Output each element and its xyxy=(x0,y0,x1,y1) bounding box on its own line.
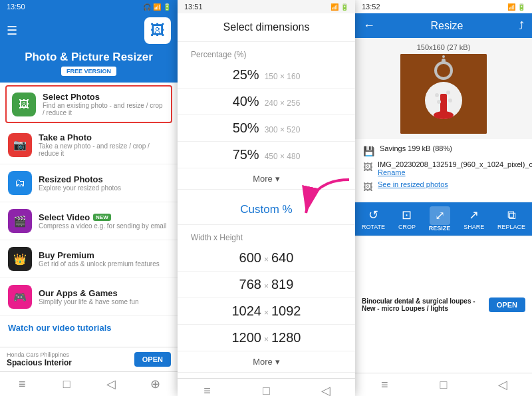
back-button[interactable]: ← xyxy=(363,19,375,33)
more-button-1[interactable]: More ▾ xyxy=(178,168,355,190)
take-photo-label: Take a Photo xyxy=(39,132,170,142)
select-photos-sublabel: Find an existing photo - and resize / cr… xyxy=(43,102,166,116)
share-label: SHARE xyxy=(464,224,484,230)
select-video-text: Select Video NEW Compress a video e.g. f… xyxy=(39,212,170,230)
nav-home-2[interactable]: ≡ xyxy=(194,383,221,396)
replace-button[interactable]: ⧉ REPLACE xyxy=(497,208,525,230)
svg-point-9 xyxy=(437,100,441,104)
nav-home-1[interactable]: ≡ xyxy=(9,376,35,392)
menu-item-take-photo[interactable]: 📷 Take a Photo Take a new photo - and re… xyxy=(0,126,178,164)
dim-600-h: 640 xyxy=(271,250,293,266)
savings-row: 💾 Savings 199 kB (88%) xyxy=(363,144,524,156)
menu-item-apps-games[interactable]: 🎮 Our Apps & Games Simplify your life & … xyxy=(0,278,178,316)
replace-icon: ⧉ xyxy=(507,208,516,222)
dim-50-value: 50% xyxy=(233,120,259,136)
chevron-down-icon-2: ▾ xyxy=(275,357,280,367)
dim-row-75[interactable]: 75% 450 × 480 xyxy=(178,142,355,168)
dim-row-50[interactable]: 50% 300 × 520 xyxy=(178,115,355,142)
svg-point-12 xyxy=(442,55,445,58)
filename-text: IMG_20230208_132519_(960_x_1024_pixel)_c… xyxy=(378,160,532,168)
nav-back-2[interactable]: ◁ xyxy=(313,383,339,396)
filename-info: IMG_20230208_132519_(960_x_1024_pixel)_c… xyxy=(378,160,532,176)
resized-photos-icon: 🗂 xyxy=(8,171,32,195)
nav-square-3[interactable]: □ xyxy=(430,377,457,393)
status-icons-2: 📶 🔋 xyxy=(331,3,348,11)
ad-1-info: Honda Cars Philippines Spacious Interior xyxy=(7,351,72,367)
dim-x-4: × xyxy=(264,335,269,344)
select-video-icon: 🎬 xyxy=(8,209,32,233)
svg-point-6 xyxy=(434,111,454,119)
see-resized-link[interactable]: See in resized photos xyxy=(378,180,448,188)
wh-section: Width x Height 600 × 640 768 × 819 1024 … xyxy=(178,225,355,378)
dim-row-600[interactable]: 600 × 640 xyxy=(178,245,355,272)
menu-item-buy-premium[interactable]: 👑 Buy Premium Get rid of ads & unlock pr… xyxy=(0,240,178,278)
file-icon: 🖼 xyxy=(363,162,372,172)
dim-50-dims: 300 × 520 xyxy=(265,125,301,134)
menu-list: 🖼 Select Photos Find an existing photo -… xyxy=(0,83,178,347)
wifi-icon-2: 📶 xyxy=(331,3,338,11)
ad-bar-1: Honda Cars Philippines Spacious Interior… xyxy=(0,347,178,371)
buy-premium-icon: 👑 xyxy=(8,247,32,271)
ad-3-open-button[interactable]: OPEN xyxy=(489,297,525,312)
panel-3: 13:52 📶 🔋 ← Resize ⤴ 150x160 (27 kB) xyxy=(355,0,532,396)
filename-row: 🖼 IMG_20230208_132519_(960_x_1024_pixel)… xyxy=(363,160,524,176)
dim-1200-w: 1200 xyxy=(231,330,261,345)
ad-1-source: Honda Cars Philippines xyxy=(7,351,72,358)
battery-icon-2: 🔋 xyxy=(340,3,348,11)
nav-square-2[interactable]: □ xyxy=(253,383,280,396)
take-photo-sublabel: Take a new photo - and resize / crop / r… xyxy=(39,142,170,157)
nav-home-3[interactable]: ≡ xyxy=(371,377,398,393)
svg-point-11 xyxy=(442,59,446,63)
svg-point-10 xyxy=(448,99,452,102)
panel-2: 13:51 📶 🔋 Select dimensions Percentage (… xyxy=(178,0,355,396)
app-title: Photo & Picture Resizer xyxy=(7,51,171,64)
dim-1024-w: 1024 xyxy=(231,303,261,319)
ad-1-open-button[interactable]: OPEN xyxy=(134,352,171,367)
resized-photos-label: Resized Photos xyxy=(39,174,170,184)
dim-row-40[interactable]: 40% 240 × 256 xyxy=(178,89,355,115)
buy-premium-label: Buy Premium xyxy=(39,250,170,260)
ad-3-info: Binocular dental & surgical loupes - New… xyxy=(362,297,489,312)
custom-percent-button[interactable]: Custom % xyxy=(178,195,355,225)
rename-link[interactable]: Rename xyxy=(378,168,532,176)
select-video-sublabel: Compress a video e.g. for sending by ema… xyxy=(39,222,170,230)
status-bar-3: 13:52 📶 🔋 xyxy=(355,0,532,13)
dim-768-w: 768 xyxy=(239,277,261,292)
apps-games-icon: 🎮 xyxy=(8,285,32,309)
battery-icon: 🔋 xyxy=(163,3,171,11)
share-button[interactable]: ↗ SHARE xyxy=(464,208,484,230)
video-link[interactable]: Watch our video tutorials xyxy=(0,316,178,335)
share-icon: ↗ xyxy=(469,208,479,222)
crop-button[interactable]: ⊡ CROP xyxy=(398,208,416,230)
wh-label: Width x Height xyxy=(178,230,355,245)
battery-icon-3: 🔋 xyxy=(517,3,525,11)
select-photos-label: Select Photos xyxy=(43,92,166,102)
more-button-2[interactable]: More ▾ xyxy=(178,351,355,373)
nav-dot-1[interactable]: ⊕ xyxy=(142,376,169,392)
dim-row-1024[interactable]: 1024 × 1092 xyxy=(178,298,355,325)
dim-row-25[interactable]: 25% 150 × 160 xyxy=(178,62,355,89)
menu-item-select-photos[interactable]: 🖼 Select Photos Find an existing photo -… xyxy=(5,85,172,123)
dim-row-1200[interactable]: 1200 × 1280 xyxy=(178,325,355,351)
status-icons-1: 🎧 📶 🔋 xyxy=(143,3,171,11)
nav-square-1[interactable]: □ xyxy=(53,376,80,392)
dim-row-768[interactable]: 768 × 819 xyxy=(178,272,355,298)
savings-icon: 💾 xyxy=(363,146,374,156)
select-photos-text: Select Photos Find an existing photo - a… xyxy=(43,92,166,116)
free-badge: FREE VERSION xyxy=(61,67,116,76)
select-video-label: Select Video NEW xyxy=(39,212,170,222)
nav-back-1[interactable]: ◁ xyxy=(98,376,124,392)
share-icon[interactable]: ⤴ xyxy=(519,20,524,32)
nav-back-3[interactable]: ◁ xyxy=(489,377,516,393)
buy-premium-text: Buy Premium Get rid of ads & unlock prem… xyxy=(39,250,170,268)
new-badge: NEW xyxy=(93,214,111,221)
resize-button[interactable]: ⤢ RESIZE xyxy=(429,206,451,232)
bottom-nav-1: ≡ □ ◁ ⊕ xyxy=(0,371,178,396)
hamburger-icon[interactable]: ☰ xyxy=(7,23,17,38)
take-photo-icon: 📷 xyxy=(8,133,32,157)
rotate-button[interactable]: ↺ ROTATE xyxy=(362,208,385,230)
dim-768-h: 819 xyxy=(271,277,293,292)
menu-item-select-video[interactable]: 🎬 Select Video NEW Compress a video e.g.… xyxy=(0,202,178,240)
image-size-label: 150x160 (27 kB) xyxy=(417,43,471,51)
menu-item-resized-photos[interactable]: 🗂 Resized Photos Explore your resized ph… xyxy=(0,164,178,202)
